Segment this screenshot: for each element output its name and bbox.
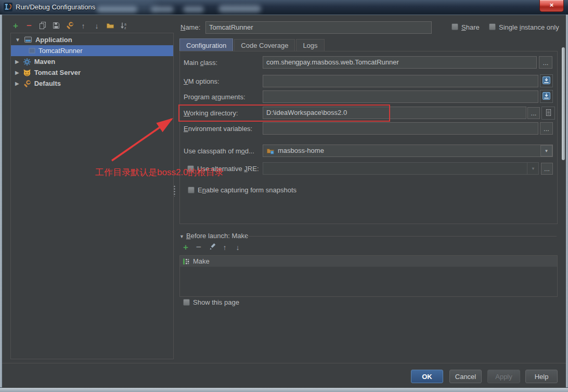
enable-snapshots-label[interactable]: Enable capturing form snapshots xyxy=(198,186,296,194)
before-launch-add-button[interactable]: + xyxy=(181,243,190,252)
ok-button[interactable]: OK xyxy=(411,370,443,383)
show-this-page-label[interactable]: Show this page xyxy=(193,298,239,306)
vertical-scrollbar-thumb[interactable] xyxy=(562,47,565,160)
remove-configuration-button[interactable]: − xyxy=(24,21,34,31)
before-launch-move-up-button[interactable]: ↑ xyxy=(220,243,229,252)
before-launch-move-down-button[interactable]: ↓ xyxy=(233,243,242,252)
copy-icon xyxy=(38,21,47,31)
task-list-item-make[interactable]: Make xyxy=(180,256,557,267)
background-blur-blob xyxy=(218,5,261,12)
alternative-jre-dropdown-button[interactable]: ▼ xyxy=(527,163,539,174)
defaults-wrench-icon xyxy=(23,80,31,88)
configurations-toolbar: + − ↑ ↓ az xyxy=(11,21,128,31)
expand-field-icon xyxy=(542,92,551,102)
enable-snapshots-checkbox[interactable] xyxy=(188,187,195,193)
tree-item-label: Application xyxy=(35,36,72,44)
arrow-up-icon: ↑ xyxy=(82,22,85,30)
program-arguments-expand-button[interactable] xyxy=(540,90,553,103)
cancel-button[interactable]: Cancel xyxy=(449,370,482,383)
window-title: Run/Debug Configurations xyxy=(16,3,95,11)
program-arguments-label: Program arguments: xyxy=(184,93,246,101)
run-debug-configurations-dialog: + − ↑ ↓ az ▼ Application TomcatRunner ▶ xyxy=(2,15,566,388)
chevron-right-icon[interactable]: ▶ xyxy=(15,59,19,64)
single-instance-checkbox[interactable] xyxy=(489,23,496,30)
create-folder-button[interactable] xyxy=(106,21,115,31)
name-input[interactable]: TomcatRunner xyxy=(205,21,432,34)
screenshot-root: Run/Debug Configurations × + − ↑ ↓ az ▼ … xyxy=(0,0,568,392)
window-frame-right xyxy=(566,15,568,392)
move-up-button[interactable]: ↑ xyxy=(79,21,88,31)
tree-item-tomcat-server[interactable]: ▶ Tomcat Server xyxy=(11,67,173,78)
arrow-down-icon: ↓ xyxy=(95,22,99,30)
background-blur-blob xyxy=(183,6,204,12)
share-checkbox[interactable] xyxy=(451,23,458,30)
before-launch-edit-button[interactable] xyxy=(207,243,216,252)
background-blur-blob xyxy=(97,6,137,12)
intellij-logo-icon xyxy=(4,3,12,14)
alternative-jre-browse-button[interactable]: ... xyxy=(541,163,553,175)
environment-variables-browse-button[interactable]: ... xyxy=(540,122,553,135)
add-configuration-button[interactable]: + xyxy=(11,21,20,31)
tree-item-tomcatrunner-selected[interactable]: TomcatRunner xyxy=(11,45,173,56)
tree-item-label: Defaults xyxy=(34,80,61,87)
tab-code-coverage[interactable]: Code Coverage xyxy=(234,39,295,51)
use-classpath-dropdown-button[interactable]: ▼ xyxy=(540,145,552,156)
splitter-handle[interactable] xyxy=(173,185,176,197)
tomcat-cat-icon xyxy=(23,69,31,77)
program-arguments-input[interactable] xyxy=(263,90,538,103)
name-label: Name: xyxy=(180,23,200,31)
environment-variables-input[interactable] xyxy=(263,122,538,135)
tab-bar: Configuration Code Coverage Logs xyxy=(179,38,325,51)
tree-item-label: Maven xyxy=(34,58,55,66)
before-launch-collapse-icon[interactable]: ▼ xyxy=(179,234,184,239)
show-this-page-checkbox[interactable] xyxy=(183,299,190,306)
chevron-right-icon[interactable]: ▶ xyxy=(15,70,19,75)
working-directory-browse-button[interactable]: ... xyxy=(527,107,540,119)
before-launch-remove-button[interactable]: − xyxy=(194,243,203,252)
tab-logs[interactable]: Logs xyxy=(296,39,324,51)
close-button[interactable]: × xyxy=(539,0,564,12)
save-configuration-button[interactable] xyxy=(51,21,61,31)
main-class-browse-button[interactable]: ... xyxy=(539,56,552,69)
background-blur-blob xyxy=(151,6,174,12)
use-classpath-combobox[interactable]: masboss-home xyxy=(263,145,553,157)
minus-icon: − xyxy=(196,242,201,253)
wrench-icon xyxy=(66,21,74,31)
apply-button[interactable]: Apply xyxy=(487,370,520,383)
chevron-down-icon[interactable]: ▼ xyxy=(15,37,20,43)
window-frame-bottom xyxy=(0,387,568,392)
expand-field-icon xyxy=(542,76,551,86)
tree-item-label: TomcatRunner xyxy=(38,47,83,55)
before-launch-task-list: Make xyxy=(179,255,558,297)
document-list-icon xyxy=(545,109,552,118)
sort-az-icon: az xyxy=(120,21,128,31)
working-directory-macro-button[interactable] xyxy=(541,107,555,120)
before-launch-separator xyxy=(247,236,557,237)
tree-item-maven[interactable]: ▶ Maven xyxy=(11,56,173,67)
chevron-right-icon[interactable]: ▶ xyxy=(15,81,19,86)
minus-icon: − xyxy=(27,21,32,31)
tab-configuration[interactable]: Configuration xyxy=(179,38,233,51)
dropdown-arrow-icon: ▼ xyxy=(545,149,549,153)
share-label[interactable]: Share xyxy=(461,23,480,31)
main-class-input[interactable]: com.shengpay.masboss.web.TomcatRunner xyxy=(263,56,537,69)
alternative-jre-combobox[interactable] xyxy=(263,162,539,175)
ellipsis-icon: ... xyxy=(543,59,549,67)
move-down-button[interactable]: ↓ xyxy=(92,21,101,31)
vm-options-expand-button[interactable] xyxy=(540,74,553,87)
edit-defaults-button[interactable] xyxy=(65,21,74,31)
help-button[interactable]: Help xyxy=(525,370,558,383)
arrow-up-icon: ↑ xyxy=(223,243,227,252)
vm-options-input[interactable] xyxy=(263,75,538,87)
run-configuration-icon xyxy=(29,48,35,54)
tree-item-application[interactable]: ▼ Application xyxy=(11,34,173,45)
svg-text:z: z xyxy=(124,25,126,29)
sort-configurations-button[interactable]: az xyxy=(119,21,128,31)
tree-item-defaults[interactable]: ▶ Defaults xyxy=(11,78,173,89)
tree-item-label: Tomcat Server xyxy=(34,69,81,76)
copy-configuration-button[interactable] xyxy=(38,21,47,31)
plus-icon: + xyxy=(183,242,188,253)
close-icon: × xyxy=(550,1,554,9)
vm-options-label: VM options: xyxy=(184,77,220,85)
single-instance-label[interactable]: Single instance only xyxy=(499,23,559,31)
